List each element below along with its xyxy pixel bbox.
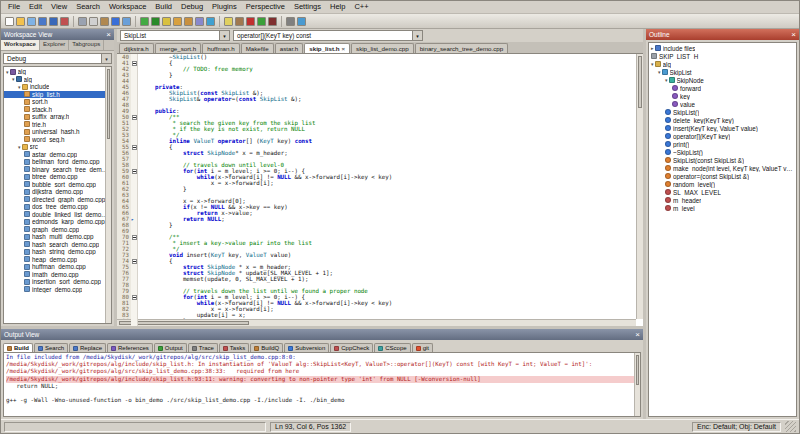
- build-log-line[interactable]: g++ -g -Wall -Wno-unused-function -o bin…: [6, 397, 638, 404]
- close-workspace-icon[interactable]: ×: [106, 31, 111, 39]
- outline-item[interactable]: SkipList(): [649, 108, 796, 116]
- outline-item[interactable]: make_node(int level, KeyT key, ValueT va…: [649, 164, 796, 172]
- output-tab-tasks[interactable]: Tasks: [219, 343, 249, 352]
- navigate-backward-icon[interactable]: [140, 17, 149, 26]
- menu-item-cpp[interactable]: C++: [350, 2, 372, 12]
- tree-item[interactable]: bubble_sort_demo.cpp: [4, 181, 111, 189]
- tree-item[interactable]: btree_demo.cpp: [4, 173, 111, 181]
- output-tab-search[interactable]: Search: [34, 343, 68, 352]
- cut-icon[interactable]: [78, 17, 87, 26]
- new-file-icon[interactable]: [5, 17, 14, 26]
- editor-tab-makefile[interactable]: Makefile: [241, 43, 274, 53]
- outline-item[interactable]: ▸include files: [649, 44, 796, 52]
- outline-item[interactable]: SL_MAX_LEVEL: [649, 188, 796, 196]
- tree-item[interactable]: graph_demo.cpp: [4, 226, 111, 234]
- workspace-scrollbar[interactable]: [105, 67, 111, 323]
- tree-item[interactable]: imath_demo.cpp: [4, 271, 111, 279]
- output-tab-cppcheck[interactable]: CppCheck: [330, 343, 373, 352]
- tree-item[interactable]: skip_list.h: [4, 91, 111, 99]
- expander-icon[interactable]: ▾: [665, 77, 668, 83]
- outline-item[interactable]: operator[](KeyT key): [649, 132, 796, 140]
- output-tab-trace[interactable]: Trace: [188, 343, 218, 352]
- close-file-icon[interactable]: [60, 17, 69, 26]
- close-tab-icon[interactable]: ×: [342, 46, 346, 52]
- output-tab-build[interactable]: Build: [3, 343, 33, 352]
- output-tab-subversion[interactable]: Subversion: [284, 343, 329, 352]
- reload-file-icon[interactable]: [27, 17, 36, 26]
- tree-item[interactable]: stack.h: [4, 106, 111, 114]
- expander-icon[interactable]: ▸: [651, 45, 654, 51]
- tree-item[interactable]: ▾src: [4, 143, 111, 151]
- help-icon[interactable]: [297, 17, 306, 26]
- outline-item[interactable]: m_level: [649, 204, 796, 212]
- outline-item[interactable]: delete_key(KeyT key): [649, 116, 796, 124]
- bookmark-icon[interactable]: [206, 17, 215, 26]
- outline-item[interactable]: ▾SkipList: [649, 68, 796, 76]
- menu-item-build[interactable]: Build: [151, 2, 176, 12]
- editor-tab-astar-h[interactable]: astar.h: [275, 43, 304, 53]
- copy-icon[interactable]: [89, 17, 98, 26]
- replace-icon[interactable]: [173, 17, 182, 26]
- outline-item[interactable]: ~SkipList(): [649, 148, 796, 156]
- editor-hscrollbar[interactable]: [117, 319, 636, 326]
- close-output-icon[interactable]: ×: [635, 331, 640, 339]
- menu-item-settings[interactable]: Settings: [290, 2, 325, 12]
- menu-item-debug[interactable]: Debug: [177, 2, 207, 12]
- save-all-icon[interactable]: [49, 17, 58, 26]
- editor-tab-huffman-h[interactable]: huffman.h: [202, 43, 239, 53]
- menu-item-plugins[interactable]: Plugins: [208, 2, 241, 12]
- scrollbar-thumb[interactable]: [636, 355, 639, 385]
- build-log-line[interactable]: return NULL;: [6, 383, 638, 390]
- stop-build-icon[interactable]: [246, 17, 255, 26]
- menu-item-file[interactable]: File: [4, 2, 24, 12]
- build-log-line[interactable]: In file included from /media/Skydisk/_wo…: [6, 354, 638, 361]
- run-icon[interactable]: [257, 17, 266, 26]
- editor-tab-dijkstra-h[interactable]: dijkstra.h: [119, 43, 154, 53]
- outline-item[interactable]: value: [649, 100, 796, 108]
- workspace-tab-tabgroups[interactable]: Tabgroups: [69, 40, 104, 50]
- editor-tab-skip-list-h[interactable]: skip_list.h×: [304, 43, 350, 53]
- scope-select[interactable]: SkipList ▾: [120, 30, 230, 41]
- menu-item-perspective[interactable]: Perspective: [242, 2, 289, 12]
- tree-item[interactable]: suffix_array.h: [4, 113, 111, 121]
- build-config-select[interactable]: Debug ▾: [3, 53, 112, 64]
- outline-item[interactable]: SkipList(const SkipList &): [649, 156, 796, 164]
- close-outline-icon[interactable]: ×: [791, 31, 796, 39]
- editor-tab-merge-sort-h[interactable]: merge_sort.h: [155, 43, 201, 53]
- outline-item[interactable]: forward: [649, 84, 796, 92]
- tree-item[interactable]: integer_demo.cpp: [4, 286, 111, 294]
- menu-item-help[interactable]: Help: [326, 2, 349, 12]
- tree-item[interactable]: hash_multi_demo.cpp: [4, 233, 111, 241]
- redo-icon[interactable]: [122, 17, 131, 26]
- tree-item[interactable]: bellman_ford_demo.cpp: [4, 158, 111, 166]
- build-icon[interactable]: [235, 17, 244, 26]
- outline-item[interactable]: random_level(): [649, 180, 796, 188]
- outline-item[interactable]: m_header: [649, 196, 796, 204]
- output-tab-cscope[interactable]: CScope: [374, 343, 410, 352]
- output-tab-buildq[interactable]: BuildQ: [250, 343, 283, 352]
- scrollbar-thumb[interactable]: [119, 321, 249, 325]
- output-tab-output[interactable]: Output: [154, 343, 187, 352]
- tree-item[interactable]: huffman_demo.cpp: [4, 263, 111, 271]
- editor-tab-binary-search-tree-demo-cpp[interactable]: binary_search_tree_demo.cpp: [415, 43, 509, 53]
- scrollbar-thumb[interactable]: [107, 69, 110, 139]
- tree-item[interactable]: universal_hash.h: [4, 128, 111, 136]
- highlight-word-icon[interactable]: [224, 17, 233, 26]
- navigate-forward-icon[interactable]: [151, 17, 160, 26]
- expander-icon[interactable]: ▾: [18, 144, 21, 150]
- outline-item[interactable]: insert(KeyT key, ValueT value): [649, 124, 796, 132]
- goto-definition-icon[interactable]: [195, 17, 204, 26]
- tree-item[interactable]: hash_string_demo.cpp: [4, 248, 111, 256]
- expander-icon[interactable]: ▾: [651, 61, 654, 67]
- tree-item[interactable]: directed_graph_demo.cpp: [4, 196, 111, 204]
- find-icon[interactable]: [162, 17, 171, 26]
- expander-icon[interactable]: ▾: [12, 76, 15, 82]
- function-select[interactable]: operator[](KeyT key) const ▾: [233, 30, 423, 41]
- tree-item[interactable]: dijkstra_demo.cpp: [4, 188, 111, 196]
- resize-grip[interactable]: [785, 421, 796, 432]
- tree-item[interactable]: hash_search_demo.cpp: [4, 241, 111, 249]
- save-file-icon[interactable]: [38, 17, 47, 26]
- debug-icon[interactable]: [268, 17, 277, 26]
- editor-tab-skip-list-demo-cpp[interactable]: skip_list_demo.cpp: [351, 43, 414, 53]
- menu-item-workspace[interactable]: Workspace: [105, 2, 150, 12]
